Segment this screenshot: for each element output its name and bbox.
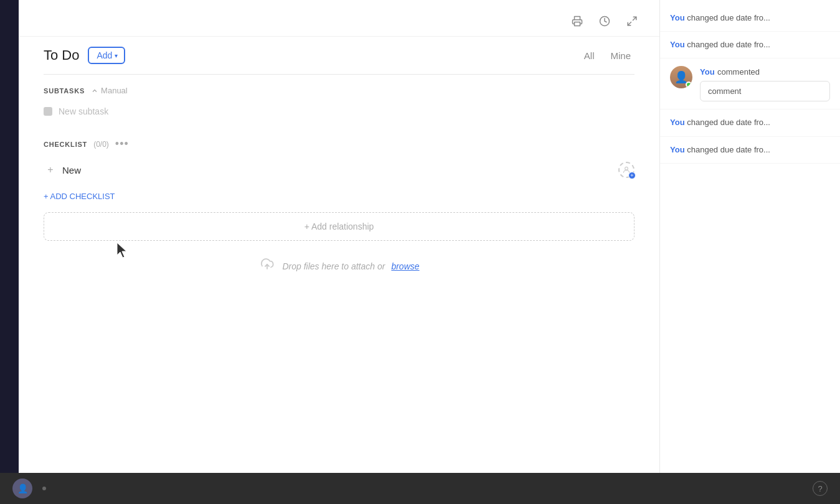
task-title: To Do xyxy=(44,47,79,63)
add-button[interactable]: Add ▾ xyxy=(88,47,125,64)
drop-files-text: Drop files here to attach or xyxy=(282,261,385,271)
comment-author: You xyxy=(700,67,715,77)
activity-item: You changed due date fro... xyxy=(660,110,840,136)
help-icon: ? xyxy=(818,484,822,493)
activity-you-1: You xyxy=(670,13,685,22)
assign-plus-icon: + xyxy=(628,172,636,179)
task-header: To Do Add ▾ All Mine xyxy=(19,37,659,74)
activity-text-4: changed due date fro... xyxy=(687,118,770,127)
svg-rect-0 xyxy=(575,22,580,26)
subtasks-header: SUBTASKS Manual xyxy=(44,86,635,95)
manual-sort-label: Manual xyxy=(101,86,128,95)
add-relationship-button[interactable]: + Add relationship xyxy=(44,212,635,241)
sidebar-strip xyxy=(0,0,19,504)
online-indicator xyxy=(686,82,692,88)
main-container: To Do Add ▾ All Mine SUBTASKS Manual xyxy=(0,0,840,504)
checklist-count: (0/0) xyxy=(93,140,109,149)
activity-text-1: changed due date fro... xyxy=(687,13,770,22)
checklist-item-row: + New + xyxy=(44,159,635,180)
activity-you-2: You xyxy=(670,40,685,49)
comment-body: You commented comment xyxy=(700,66,830,101)
checklist-section: CHECKLIST (0/0) ••• + New xyxy=(19,126,659,187)
activity-item: You changed due date fro... xyxy=(660,32,840,58)
upload-icon xyxy=(258,257,276,276)
activity-list: You changed due date fro... You changed … xyxy=(660,0,840,164)
activity-text-5: changed due date fro... xyxy=(687,145,770,154)
new-subtask-input[interactable]: New subtask xyxy=(59,106,635,116)
drop-files-area: Drop files here to attach or browse xyxy=(19,247,659,286)
checklist-item-text: New xyxy=(62,165,612,175)
right-sidebar: You changed due date fro... You changed … xyxy=(659,0,840,504)
browse-link[interactable]: browse xyxy=(391,261,419,271)
svg-line-2 xyxy=(633,17,636,20)
comment-text: comment xyxy=(708,86,741,96)
history-icon[interactable] xyxy=(596,12,613,30)
expand-icon[interactable] xyxy=(623,12,641,30)
top-toolbar xyxy=(19,0,659,37)
activity-you-4: You xyxy=(670,118,685,127)
subtasks-section: SUBTASKS Manual New subtask xyxy=(19,75,659,126)
checklist-item-label[interactable]: New xyxy=(62,165,81,175)
add-relationship-section: + Add relationship xyxy=(19,206,659,247)
svg-point-4 xyxy=(625,167,628,170)
svg-line-3 xyxy=(628,22,631,26)
subtasks-title: SUBTASKS xyxy=(44,87,85,95)
filter-all-button[interactable]: All xyxy=(580,48,598,63)
bottom-avatar[interactable]: 👤 xyxy=(12,478,32,498)
activity-item: You changed due date fro... xyxy=(660,137,840,164)
add-checklist-link[interactable]: + ADD CHECKLIST xyxy=(19,187,659,206)
bottom-dot-1 xyxy=(42,487,46,490)
comment-activity: 👤 You commented comment xyxy=(660,58,840,110)
chevron-down-icon: ▾ xyxy=(115,52,118,59)
new-subtask-row: New subtask xyxy=(44,103,635,120)
print-icon[interactable] xyxy=(569,12,586,30)
filter-buttons: All Mine xyxy=(580,48,635,63)
manual-sort-button[interactable]: Manual xyxy=(91,86,128,95)
activity-text-2: changed due date fro... xyxy=(687,40,770,49)
help-button[interactable]: ? xyxy=(813,481,828,496)
bottom-bar: 👤 ? xyxy=(0,473,840,504)
assign-avatar-wrapper: + xyxy=(618,162,635,178)
subtask-checkbox xyxy=(44,107,52,116)
checklist-menu-icon[interactable]: ••• xyxy=(115,138,129,151)
comment-text-box: comment xyxy=(700,81,830,101)
content-area: To Do Add ▾ All Mine SUBTASKS Manual xyxy=(19,0,659,504)
avatar: 👤 xyxy=(670,66,692,88)
checklist-header: CHECKLIST (0/0) ••• xyxy=(44,138,635,151)
checklist-title: CHECKLIST xyxy=(44,141,87,148)
comment-action-text: commented xyxy=(717,67,760,77)
filter-mine-button[interactable]: Mine xyxy=(606,48,635,63)
activity-you-5: You xyxy=(670,145,685,154)
add-checklist-item-icon[interactable]: + xyxy=(45,164,56,175)
activity-item: You changed due date fro... xyxy=(660,5,840,32)
add-button-label: Add xyxy=(97,50,112,60)
